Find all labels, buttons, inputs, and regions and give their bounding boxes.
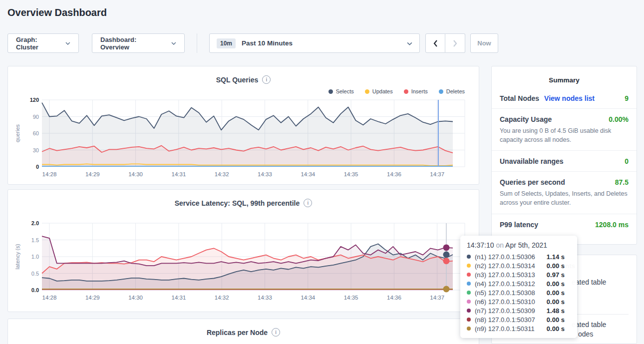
replicas-per-node-panel: Replicas per Node i [7, 319, 479, 344]
legend-item-selects: Selects [328, 88, 354, 94]
total-nodes-value: 9 [625, 94, 629, 102]
time-range-badge: 10m [217, 38, 236, 48]
now-button[interactable]: Now [470, 33, 498, 53]
sql-queries-chart[interactable]: 030609012014:2814:2914:3014:3114:3214:33… [8, 96, 480, 181]
summary-title: Summary [492, 66, 637, 84]
svg-text:14:30: 14:30 [128, 171, 143, 177]
info-icon[interactable]: i [304, 199, 312, 207]
svg-text:14:35: 14:35 [344, 295, 358, 301]
queries-per-second-description: Sum of Selects, Updates, Inserts, and De… [500, 189, 629, 207]
controls-divider [197, 33, 197, 53]
tooltip-node-row: (n7) 127.0.0.1:503091.48 s [467, 306, 571, 315]
controls-bar: Graph: Cluster Dashboard: Overview 10m P… [7, 33, 498, 53]
series-color-dot [467, 309, 471, 313]
legend-item-deletes: Deletes [439, 88, 465, 94]
series-color-dot [439, 89, 443, 94]
svg-text:14:31: 14:31 [172, 171, 186, 177]
graph-dropdown-label: Graph: Cluster [16, 36, 60, 51]
summary-row-total-nodes: Total Nodes View nodes list 9 [492, 88, 637, 109]
chevron-down-icon [407, 42, 412, 45]
svg-text:30: 30 [33, 147, 39, 153]
replicas-per-node-title: Replicas per Node i [8, 328, 479, 337]
series-color-dot [365, 89, 369, 94]
svg-text:14:33: 14:33 [258, 295, 272, 301]
tooltip-timestamp: 14:37:10 on Apr 5th, 2021 [467, 241, 571, 249]
tooltip-node-row: (n4) 127.0.0.1:503120.00 s [467, 279, 571, 288]
legend-item-updates: Updates [365, 88, 393, 94]
series-color-dot [467, 318, 471, 322]
time-next-button[interactable] [445, 33, 465, 53]
svg-text:14:34: 14:34 [301, 171, 315, 177]
svg-text:2.0: 2.0 [31, 220, 39, 226]
chevron-down-icon [171, 42, 176, 45]
service-latency-panel: Service Latency: SQL, 99th percentile i … [7, 189, 479, 312]
event-item-detail[interactable]: odes [578, 330, 593, 338]
sql-queries-legend: Selects Updates Inserts Deletes [328, 88, 465, 94]
time-prev-button[interactable] [425, 33, 445, 53]
tooltip-node-row: (n1) 127.0.0.1:503061.14 s [467, 252, 571, 261]
svg-text:90: 90 [33, 114, 39, 120]
series-color-dot [328, 89, 333, 94]
sql-queries-title: SQL Queries i [8, 75, 479, 84]
svg-text:14:28: 14:28 [42, 171, 57, 177]
svg-text:60: 60 [33, 130, 39, 136]
time-range-selector[interactable]: 10m Past 10 Minutes [209, 33, 420, 53]
chevron-down-icon [65, 42, 70, 45]
queries-per-second-label: Queries per second [500, 178, 565, 186]
tooltip-node-row: (n3) 127.0.0.1:503130.97 s [467, 270, 571, 279]
view-nodes-list-link[interactable]: View nodes list [544, 94, 595, 102]
tooltip-node-row: (n6) 127.0.0.1:503100.00 s [467, 297, 571, 306]
unavailable-ranges-label: Unavailable ranges [500, 157, 564, 165]
svg-text:14:35: 14:35 [344, 171, 358, 177]
svg-text:14:36: 14:36 [387, 171, 401, 177]
summary-row-unavailable-ranges: Unavailable ranges 0 [492, 151, 637, 172]
chart-hover-tooltip: 14:37:10 on Apr 5th, 2021 (n1) 127.0.0.1… [460, 236, 577, 338]
series-color-dot [467, 255, 471, 259]
graph-dropdown[interactable]: Graph: Cluster [7, 33, 79, 53]
summary-panel: Summary Total Nodes View nodes list 9 Ca… [491, 66, 637, 245]
series-color-dot [467, 327, 471, 331]
info-icon[interactable]: i [272, 328, 280, 337]
svg-text:14:37: 14:37 [430, 295, 444, 301]
chevron-right-icon [453, 39, 458, 47]
dashboard-dropdown[interactable]: Dashboard: Overview [92, 33, 185, 53]
total-nodes-label: Total Nodes [500, 94, 539, 102]
legend-item-inserts: Inserts [404, 88, 428, 94]
charts-column: SQL Queries i Selects Updates Inserts De… [7, 66, 479, 344]
svg-text:14:31: 14:31 [172, 295, 186, 301]
unavailable-ranges-value: 0 [625, 157, 629, 165]
series-color-dot [467, 300, 471, 304]
svg-text:0.5: 0.5 [31, 271, 39, 277]
summary-row-queries-per-second: Queries per second 87.5 Sum of Selects, … [492, 172, 637, 214]
info-icon[interactable]: i [262, 75, 271, 84]
svg-text:14:34: 14:34 [301, 295, 315, 301]
dashboard-dropdown-label: Dashboard: Overview [100, 36, 166, 51]
capacity-usage-value: 0.00% [609, 115, 629, 123]
series-color-dot [467, 282, 471, 286]
service-latency-chart[interactable]: 0.00.51.01.52.014:2814:2914:3014:3114:32… [8, 220, 480, 304]
svg-text:latency (s): latency (s) [14, 244, 20, 270]
tooltip-node-row: (n8) 127.0.0.1:503070.00 s [467, 315, 571, 324]
p99-latency-label: P99 latency [500, 221, 538, 229]
chevron-left-icon [433, 39, 438, 47]
p99-latency-value: 1208.0 ms [595, 221, 629, 229]
capacity-usage-label: Capacity Usage [500, 115, 552, 123]
svg-text:14:37: 14:37 [430, 171, 444, 177]
svg-text:14:32: 14:32 [215, 295, 229, 301]
svg-text:0.0: 0.0 [31, 287, 39, 293]
svg-text:0: 0 [36, 164, 39, 170]
series-color-dot [467, 291, 471, 295]
series-color-dot [404, 89, 408, 94]
svg-text:14:36: 14:36 [387, 295, 401, 301]
tooltip-node-row: (n5) 127.0.0.1:503080.00 s [467, 288, 571, 297]
summary-row-capacity-usage: Capacity Usage 0.00% You are using 0 B o… [492, 109, 637, 151]
service-latency-title: Service Latency: SQL, 99th percentile i [8, 199, 479, 207]
capacity-usage-description: You are using 0 B of 4.5 GiB usable disk… [500, 126, 629, 144]
time-nav-group [425, 33, 465, 53]
summary-row-p99-latency: P99 latency 1208.0 ms [492, 214, 637, 235]
svg-text:14:30: 14:30 [128, 295, 143, 301]
svg-text:14:29: 14:29 [85, 295, 100, 301]
svg-text:1.0: 1.0 [31, 254, 39, 260]
queries-per-second-value: 87.5 [615, 178, 629, 186]
series-color-dot [467, 273, 471, 277]
